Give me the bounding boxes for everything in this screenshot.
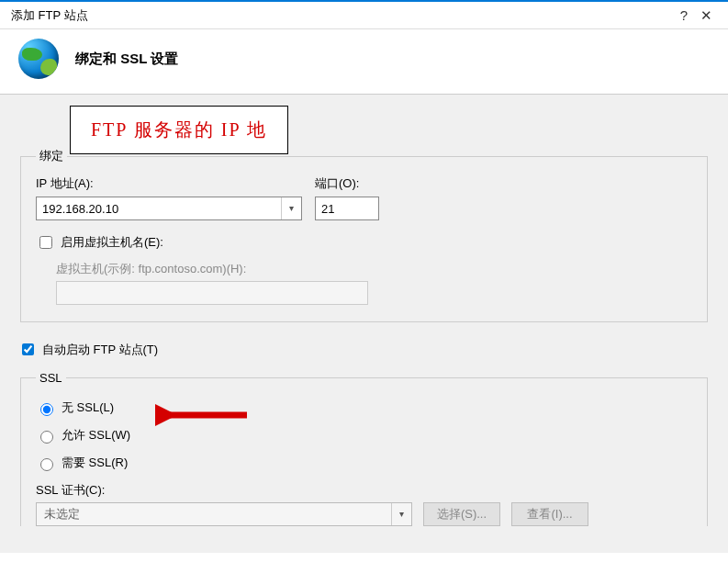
- ip-label: IP 地址(A):: [36, 175, 302, 192]
- vhost-input: [56, 281, 368, 305]
- vhost-label: 虚拟主机(示例: ftp.contoso.com)(H):: [56, 261, 692, 277]
- close-button[interactable]: ✕: [695, 7, 717, 24]
- view-cert-button: 查看(I)...: [511, 502, 588, 526]
- ip-input[interactable]: [37, 197, 281, 219]
- port-label: 端口(O):: [315, 175, 379, 192]
- ssl-cert-value: 未选定: [37, 506, 391, 523]
- ssl-legend: SSL: [36, 371, 66, 385]
- ssl-allow-radio[interactable]: [40, 431, 53, 444]
- titlebar: 添加 FTP 站点 ? ✕: [0, 2, 728, 29]
- binding-group: 绑定 IP 地址(A): ▾ 端口(O): 启用虚拟主机名(E): 虚拟主机(示…: [20, 148, 708, 322]
- ssl-require-label: 需要 SSL(R): [62, 455, 128, 471]
- help-button[interactable]: ?: [673, 7, 695, 23]
- ssl-allow-label: 允许 SSL(W): [62, 427, 130, 444]
- globe-icon: [18, 39, 59, 79]
- ssl-group: SSL 无 SSL(L) 允许 SSL(W) 需要 SSL(R): [20, 371, 708, 526]
- autostart-checkbox[interactable]: [22, 343, 34, 355]
- window-title: 添加 FTP 站点: [11, 7, 673, 24]
- annotation-box: FTP 服务器的 IP 地: [70, 106, 288, 154]
- chevron-down-icon[interactable]: ▾: [281, 197, 301, 219]
- ip-combo[interactable]: ▾: [36, 197, 302, 220]
- ssl-none-label: 无 SSL(L): [62, 399, 114, 416]
- chevron-down-icon[interactable]: ▾: [391, 503, 411, 525]
- ssl-cert-label: SSL 证书(C):: [36, 482, 692, 499]
- select-cert-button: 选择(S)...: [423, 502, 500, 526]
- autostart-label: 自动启动 FTP 站点(T): [42, 342, 158, 358]
- content-area: FTP 服务器的 IP 地 绑定 IP 地址(A): ▾ 端口(O): 启用虚拟…: [0, 94, 728, 553]
- binding-row: IP 地址(A): ▾ 端口(O):: [36, 175, 692, 220]
- enable-vhost-checkbox[interactable]: [39, 236, 52, 249]
- binding-legend: 绑定: [36, 148, 67, 164]
- ssl-cert-combo[interactable]: 未选定 ▾: [36, 502, 412, 526]
- page-title: 绑定和 SSL 设置: [59, 51, 178, 68]
- ssl-require-radio[interactable]: [40, 458, 53, 471]
- enable-vhost-label: 启用虚拟主机名(E):: [61, 234, 163, 251]
- ssl-none-radio[interactable]: [40, 403, 53, 416]
- dialog-header: 绑定和 SSL 设置: [0, 29, 728, 94]
- port-input[interactable]: [315, 197, 379, 220]
